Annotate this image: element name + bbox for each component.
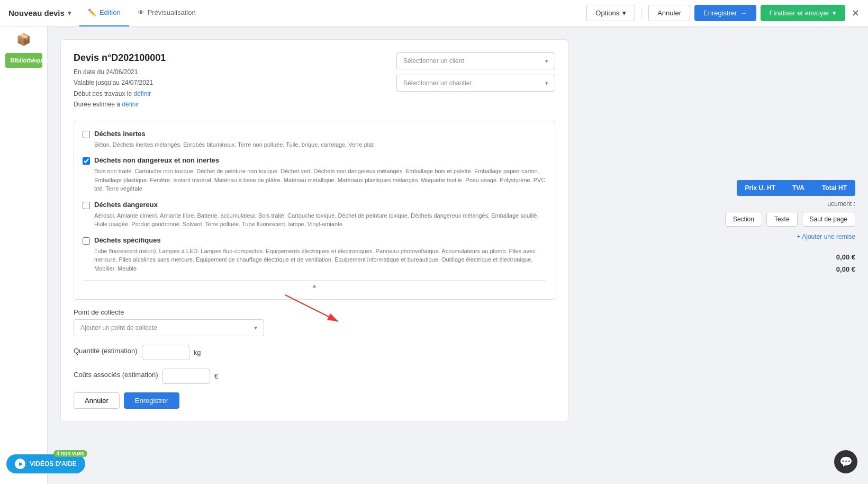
couts-input[interactable] xyxy=(162,369,210,384)
client-dropdown-icon: ▾ xyxy=(545,58,548,65)
options-label: Options xyxy=(595,9,619,17)
cancel-button[interactable]: Annuler xyxy=(648,5,690,21)
quantite-section: Quantité (estimation) kg xyxy=(74,345,555,360)
select-chantier[interactable]: Sélectionner un chantier ▾ xyxy=(396,75,555,92)
desc-inertes: Béton. Déchets inertes mélangés. Enrobés… xyxy=(94,140,546,149)
desc-non-dangereux: Bois non traité. Cartouche non toxique. … xyxy=(94,167,546,193)
title-chevron-icon: ▾ xyxy=(68,10,71,17)
checkbox-non-dangereux[interactable] xyxy=(83,157,90,165)
tab-edition[interactable]: ✏️ Edition xyxy=(79,0,129,26)
header-tva: TVA xyxy=(784,180,813,196)
table-header: Prix U. HT TVA Total HT xyxy=(725,180,855,196)
category-specifiques: Déchets spécifiques Tube fluorescent (né… xyxy=(83,236,546,273)
couts-unit: € xyxy=(214,372,218,380)
nav-tabs: ✏️ Edition 👁 Prévisualisation xyxy=(79,0,204,26)
quantite-input[interactable] xyxy=(142,345,189,360)
tab-preview-label: Prévisualisation xyxy=(148,8,196,16)
collecte-dropdown-icon: ▾ xyxy=(254,324,257,331)
finalize-chevron-icon: ▾ xyxy=(833,9,836,17)
document-info: Devis n°D202100001 En date du 24/06/2021… xyxy=(74,52,166,110)
chat-icon: 💬 xyxy=(839,455,853,468)
toolbar-right: Options ▾ Annuler Enregistrer → Finalise… xyxy=(586,5,860,21)
videos-aide-button[interactable]: 4 non vues VIDÉOS D'AIDE xyxy=(6,454,85,473)
right-actions-panel: Prix U. HT TVA Total HT ucument : Sectio… xyxy=(725,180,855,276)
desc-specifiques: Tube fluorescent (néon). Lampes à LED. L… xyxy=(94,247,546,273)
document-card: Devis n°D202100001 En date du 24/06/2021… xyxy=(60,39,568,422)
document-date: En date du 24/06/2021 xyxy=(74,67,166,77)
saut-de-page-button[interactable]: Saut de page xyxy=(802,212,855,227)
options-chevron-icon: ▾ xyxy=(622,9,626,17)
preview-icon: 👁 xyxy=(138,8,144,16)
total-ttc: 0,00 € xyxy=(725,263,855,275)
couts-label: Coûts associés (estimation) xyxy=(74,371,158,379)
category-non-dangereux: Déchets non dangereux et non inertes Boi… xyxy=(83,156,546,193)
app-title[interactable]: Nouveau devis ▾ xyxy=(8,8,71,17)
checkbox-specifiques[interactable] xyxy=(83,237,90,245)
checkbox-inertes[interactable] xyxy=(83,131,90,138)
select-collecte[interactable]: Ajouter un point de collecte ▾ xyxy=(74,319,264,336)
main-content: Prix U. HT TVA Total HT ucument : Sectio… xyxy=(48,26,868,484)
total-ht: 0,00 € xyxy=(725,251,855,263)
collecte-section: Point de collecte Ajouter un point de co… xyxy=(74,308,555,336)
document-start: Début des travaux le définir xyxy=(74,88,166,99)
totals: 0,00 € 0,00 € xyxy=(725,251,855,276)
document-action-buttons: Section Texte Saut de page xyxy=(725,212,855,227)
label-dangereux: Déchets dangereux xyxy=(94,201,158,209)
expand-handle[interactable]: ▲ xyxy=(83,280,546,291)
select-client[interactable]: Sélectionner un client ▾ xyxy=(396,52,555,69)
chat-widget[interactable]: 💬 xyxy=(834,450,857,473)
save-button[interactable]: Enregistrer → xyxy=(694,5,756,21)
sidebar: 📦 Bibliothèques xyxy=(0,26,48,484)
header-prix: Prix U. HT xyxy=(737,180,784,196)
save-arrow-icon: → xyxy=(740,9,747,17)
top-nav: Nouveau devis ▾ ✏️ Edition 👁 Prévisualis… xyxy=(0,0,868,26)
finalize-button[interactable]: Finaliser et envoyer ▾ xyxy=(761,5,845,21)
document-valid: Valable jusqu'au 24/07/2021 xyxy=(74,77,166,88)
form-bottom-buttons: Annuler Enregistrer xyxy=(74,392,555,409)
library-icon[interactable]: 📦 xyxy=(16,33,31,47)
couts-section: Coûts associés (estimation) € xyxy=(74,369,555,384)
section-button[interactable]: Section xyxy=(725,212,762,227)
label-inertes: Déchets inertes xyxy=(94,130,146,138)
texte-button[interactable]: Texte xyxy=(766,212,798,227)
category-inertes: Déchets inertes Béton. Déchets inertes m… xyxy=(83,130,546,149)
close-button[interactable]: ✕ xyxy=(852,7,860,19)
document-duration: Durée estimée à définir xyxy=(74,99,166,110)
duration-link[interactable]: définir xyxy=(122,101,139,108)
videos-label: VIDÉOS D'AIDE xyxy=(30,460,77,468)
videos-badge: 4 non vues xyxy=(53,450,87,457)
form-cancel-button[interactable]: Annuler xyxy=(74,392,120,409)
libraries-button[interactable]: Bibliothèques xyxy=(5,53,42,68)
quantite-label: Quantité (estimation) xyxy=(74,347,138,355)
document-header: Devis n°D202100001 En date du 24/06/2021… xyxy=(74,52,555,110)
category-dangereux: Déchets dangereux Aérosol. Amiante cimen… xyxy=(83,201,546,229)
quantite-unit: kg xyxy=(194,348,201,356)
play-icon xyxy=(15,459,25,469)
document-title: Devis n°D202100001 xyxy=(74,52,166,64)
app-title-text: Nouveau devis xyxy=(8,8,65,17)
document-label: ucument : xyxy=(725,200,855,208)
main-layout: 📦 Bibliothèques Prix U. HT TVA Total HT … xyxy=(0,26,868,484)
options-button[interactable]: Options ▾ xyxy=(586,5,635,21)
edition-icon: ✏️ xyxy=(88,8,96,16)
document-selectors: Sélectionner un client ▾ Sélectionner un… xyxy=(396,52,555,92)
document-meta: En date du 24/06/2021 Valable jusqu'au 2… xyxy=(74,67,166,110)
header-total: Total HT xyxy=(813,180,855,196)
label-non-dangereux: Déchets non dangereux et non inertes xyxy=(94,156,219,164)
chantier-dropdown-icon: ▾ xyxy=(545,80,548,87)
label-specifiques: Déchets spécifiques xyxy=(94,236,161,244)
collecte-label: Point de collecte xyxy=(74,308,555,316)
waste-categories-area: Déchets inertes Béton. Déchets inertes m… xyxy=(74,121,555,300)
start-link[interactable]: définir xyxy=(133,90,151,97)
toolbar-divider xyxy=(641,7,642,20)
tab-previsualisation[interactable]: 👁 Prévisualisation xyxy=(129,0,204,26)
add-remise-button[interactable]: + Ajouter une remise xyxy=(725,233,855,240)
desc-dangereux: Aérosol. Amiante ciment. Amiante libre. … xyxy=(94,211,546,229)
checkbox-dangereux[interactable] xyxy=(83,202,90,209)
form-save-button[interactable]: Enregistrer xyxy=(124,392,180,409)
tab-edition-label: Edition xyxy=(100,8,121,16)
